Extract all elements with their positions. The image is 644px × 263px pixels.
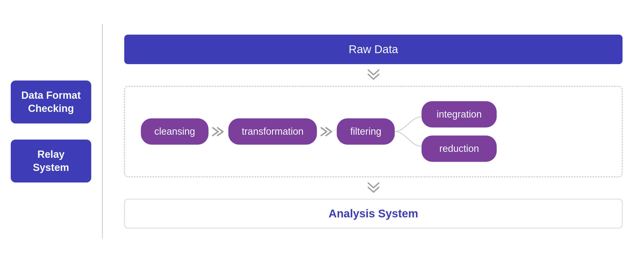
filtering-branch: filtering integration reduction bbox=[337, 101, 497, 162]
transformation-label: transformation bbox=[242, 126, 303, 137]
relay-system-card: Relay System bbox=[11, 140, 91, 182]
relay-system-label: Relay System bbox=[19, 148, 83, 174]
chevron-right-2 bbox=[320, 126, 334, 138]
filtering-step: filtering bbox=[337, 118, 395, 145]
left-panel: Data Format Checking Relay System bbox=[0, 0, 102, 263]
filtering-label: filtering bbox=[350, 126, 381, 137]
transformation-step: transformation bbox=[228, 118, 317, 145]
analysis-system-label: Analysis System bbox=[329, 207, 418, 220]
chevron-right-1 bbox=[212, 126, 225, 138]
integration-label: integration bbox=[437, 109, 482, 120]
reduction-label: reduction bbox=[439, 143, 479, 154]
pipeline-steps: cleansing transformation bbox=[141, 101, 606, 162]
cleansing-step: cleansing bbox=[141, 118, 208, 145]
chevron-down-2 bbox=[365, 182, 382, 194]
raw-data-box: Raw Data bbox=[124, 35, 623, 64]
integration-box: integration bbox=[422, 101, 497, 127]
pipeline-box: cleansing transformation bbox=[124, 86, 623, 177]
raw-data-label: Raw Data bbox=[349, 43, 398, 56]
cleansing-label: cleansing bbox=[154, 126, 195, 137]
branch-curves-svg bbox=[395, 102, 422, 161]
data-format-checking-card: Data Format Checking bbox=[11, 81, 91, 123]
branch-outputs: integration reduction bbox=[422, 101, 497, 162]
main-panel: Raw Data cleansing transformation bbox=[103, 0, 644, 263]
chevron-down-1 bbox=[365, 69, 382, 81]
data-format-checking-label: Data Format Checking bbox=[19, 89, 83, 115]
reduction-box: reduction bbox=[422, 136, 497, 162]
analysis-system-box: Analysis System bbox=[124, 199, 623, 228]
